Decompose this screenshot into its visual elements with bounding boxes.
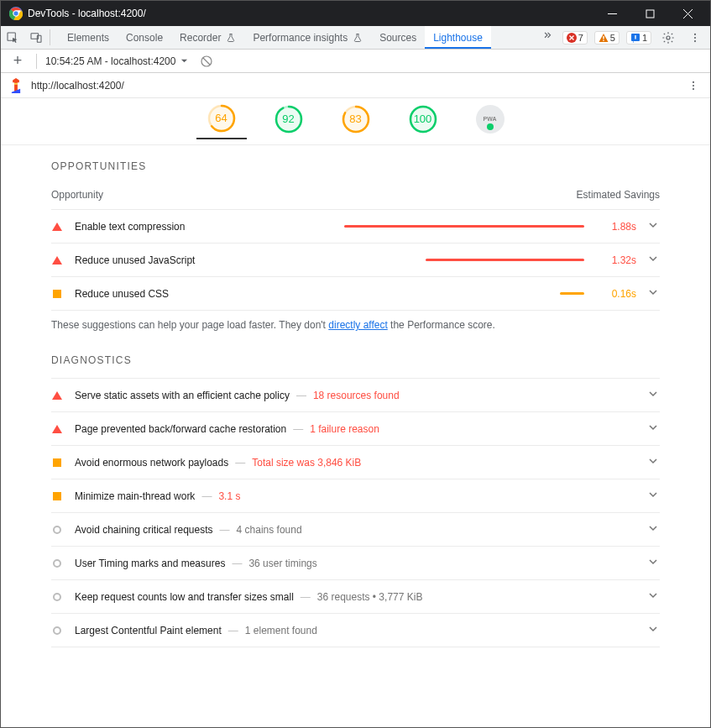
diagnostic-row[interactable]: Keep request counts low and transfer siz… [51, 579, 660, 613]
report-scroll-area[interactable]: 64 92 83 100 PWA OPPORTUNITIES Opportuni… [1, 98, 710, 727]
info-count: 1 [642, 33, 647, 43]
dash-separator: — [293, 423, 303, 435]
opportunity-col-label: Opportunity [51, 189, 103, 201]
maximize-button[interactable] [631, 1, 669, 26]
score-gauge-1[interactable]: 92 [264, 105, 314, 139]
console-error-count[interactable]: 7 [562, 31, 588, 45]
tab-console[interactable]: Console [118, 26, 171, 49]
svg-point-16 [694, 40, 696, 42]
opportunities-heading: OPPORTUNITIES [51, 160, 660, 172]
opportunity-title: Reduce unused CSS [75, 288, 169, 300]
beaker-icon [226, 33, 236, 43]
dash-separator: — [296, 390, 306, 401]
diagnostic-row[interactable]: Minimize main-thread work — 3.1 s [51, 479, 660, 512]
diagnostic-title: User Timing marks and measures [75, 558, 225, 569]
informative-icon [53, 526, 61, 534]
diagnostic-row[interactable]: Avoid enormous network payloads — Total … [51, 445, 660, 479]
directly-affect-link[interactable]: directly affect [328, 319, 387, 331]
score-gauge-0[interactable]: 64 [196, 104, 247, 139]
new-report-button[interactable]: + [8, 51, 28, 71]
diagnostic-title: Page prevented back/forward cache restor… [75, 423, 286, 435]
diagnostic-detail: 18 resources found [313, 390, 400, 401]
divider [36, 54, 37, 69]
chevron-down-icon [648, 254, 660, 266]
svg-point-13 [667, 36, 670, 39]
opportunity-row[interactable]: Enable text compression 1.88s [51, 209, 660, 243]
tab-sources[interactable]: Sources [371, 26, 425, 49]
report-label: 10:54:25 AM - localhost:4200 [45, 55, 175, 67]
savings-value: 0.16s [596, 288, 636, 300]
lighthouse-icon [9, 78, 23, 93]
diagnostic-row[interactable]: Serve static assets with an efficient ca… [51, 378, 660, 411]
savings-value: 1.88s [596, 221, 636, 233]
tab-label: Sources [379, 32, 416, 44]
opportunity-row[interactable]: Reduce unused CSS 0.16s [51, 276, 660, 311]
average-icon [53, 492, 61, 500]
diagnostic-row[interactable]: Avoid chaining critical requests — 4 cha… [51, 512, 660, 546]
savings-bar [196, 225, 584, 228]
dash-separator: — [228, 625, 238, 636]
svg-point-21 [693, 88, 694, 90]
beaker-icon [353, 33, 363, 43]
tab-performance-insights[interactable]: Performance insights [244, 26, 371, 49]
tab-recorder[interactable]: Recorder [171, 26, 244, 49]
tab-lighthouse[interactable]: Lighthouse [425, 26, 491, 49]
diagnostic-detail: 4 chains found [237, 524, 302, 536]
report-menu-button[interactable] [685, 80, 702, 92]
kebab-menu-icon[interactable] [685, 28, 705, 48]
diagnostic-row[interactable]: Largest Contentful Paint element — 1 ele… [51, 613, 660, 647]
savings-bar [207, 259, 584, 262]
diagnostic-row[interactable]: Page prevented back/forward cache restor… [51, 411, 660, 445]
console-info-count[interactable]: 1 [626, 31, 651, 45]
svg-rect-4 [646, 10, 654, 18]
chevron-down-icon [648, 590, 660, 603]
chevron-down-icon [648, 557, 660, 569]
chevron-down-icon [648, 624, 660, 636]
score-gauges: 64 92 83 100 PWA [1, 98, 710, 145]
dropdown-caret-icon [180, 57, 188, 65]
inspect-element-icon[interactable] [1, 26, 24, 49]
informative-icon [53, 626, 61, 635]
average-icon [53, 290, 61, 298]
minimize-button[interactable] [593, 1, 631, 26]
error-count: 7 [578, 33, 583, 43]
svg-rect-12 [635, 35, 635, 39]
score-gauge-2[interactable]: 83 [331, 105, 381, 139]
svg-rect-9 [603, 36, 604, 39]
clear-report-button[interactable] [196, 51, 217, 71]
dash-separator: — [220, 524, 230, 536]
fail-icon [52, 391, 62, 400]
pwa-gauge[interactable]: PWA [465, 105, 515, 139]
svg-rect-10 [603, 39, 604, 40]
svg-rect-18 [14, 82, 18, 84]
console-warning-count[interactable]: 5 [594, 31, 620, 45]
divider [50, 29, 50, 45]
panel-tabstrip: ElementsConsoleRecorderPerformance insig… [1, 26, 710, 50]
diagnostic-detail: 36 user timings [248, 558, 316, 569]
lighthouse-toolbar: + 10:54:25 AM - localhost:4200 [1, 50, 710, 73]
opportunity-row[interactable]: Reduce unused JavaScript 1.32s [51, 243, 660, 276]
score-gauge-3[interactable]: 100 [398, 105, 448, 139]
tab-label: Console [126, 32, 163, 44]
diagnostic-row[interactable]: User Timing marks and measures — 36 user… [51, 546, 660, 579]
pwa-badge: PWA [476, 105, 504, 134]
report-url-bar: http://localhost:4200/ [1, 73, 710, 98]
diagnostic-detail: Total size was 3,846 KiB [252, 457, 361, 469]
tab-label: Elements [67, 32, 109, 44]
settings-icon[interactable] [658, 28, 678, 48]
chevron-down-icon [648, 523, 660, 536]
svg-point-19 [693, 81, 694, 82]
device-toggle-icon[interactable] [24, 26, 48, 49]
chrome-icon [9, 7, 23, 20]
fail-icon [52, 256, 62, 264]
tab-elements[interactable]: Elements [59, 26, 118, 49]
savings-col-label: Estimated Savings [577, 189, 660, 201]
dash-separator: — [235, 457, 245, 469]
informative-icon [53, 559, 61, 568]
tab-label: Performance insights [253, 32, 348, 44]
diagnostics-heading: DIAGNOSTICS [51, 354, 660, 366]
diagnostic-detail: 36 requests • 3,777 KiB [317, 591, 423, 603]
more-tabs-button[interactable] [537, 26, 557, 46]
report-selector[interactable]: 10:54:25 AM - localhost:4200 [45, 55, 188, 67]
close-button[interactable] [669, 1, 707, 26]
